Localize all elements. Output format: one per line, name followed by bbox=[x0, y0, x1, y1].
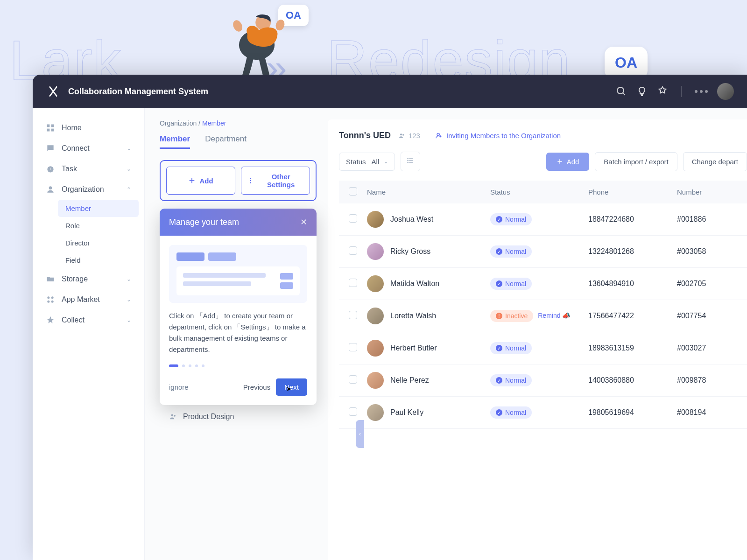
user-icon bbox=[46, 185, 55, 194]
table-row[interactable]: Herbert Butler ✓Normal 18983613159 #0030… bbox=[339, 332, 747, 364]
sidebar-item-appmarket[interactable]: App Market ⌄ bbox=[38, 289, 139, 310]
select-all-checkbox[interactable] bbox=[349, 187, 357, 196]
table-row[interactable]: Joshua West ✓Normal 18847224680 #001886 bbox=[339, 203, 747, 236]
table-row[interactable]: Ricky Gross ✓Normal 13224801268 #003058 bbox=[339, 236, 747, 268]
row-checkbox[interactable] bbox=[349, 375, 357, 384]
status-icon: ✓ bbox=[496, 216, 502, 223]
oa-badge-large: OA bbox=[605, 47, 648, 79]
member-avatar bbox=[367, 275, 384, 292]
bulb-icon[interactable] bbox=[636, 86, 648, 97]
member-number: #009878 bbox=[677, 376, 747, 385]
column-phone[interactable]: Phone bbox=[588, 188, 677, 196]
sidebar-sub-role[interactable]: Role bbox=[58, 217, 139, 234]
sidebar-item-task[interactable]: Task ⌄ bbox=[38, 159, 139, 179]
popover-title: Manage your team bbox=[169, 217, 239, 227]
invite-link[interactable]: Inviting Members to the Organization bbox=[435, 132, 561, 140]
row-checkbox[interactable] bbox=[349, 407, 357, 416]
product-design-item[interactable]: Product Design bbox=[160, 405, 317, 428]
row-checkbox[interactable] bbox=[349, 343, 357, 351]
member-name: Loretta Walsh bbox=[390, 312, 436, 320]
status-icon: ! bbox=[496, 313, 502, 319]
status-icon: ✓ bbox=[496, 248, 502, 255]
ignore-button[interactable]: ignore bbox=[169, 383, 189, 391]
chevron-down-icon: ⌄ bbox=[127, 276, 131, 282]
status-badge: ✓Normal bbox=[490, 342, 532, 354]
user-avatar[interactable] bbox=[717, 83, 734, 100]
star-icon bbox=[46, 315, 55, 325]
table-row[interactable]: Matilda Walton ✓Normal 13604894910 #0027… bbox=[339, 268, 747, 300]
row-checkbox[interactable] bbox=[349, 311, 357, 319]
status-badge: !Inactive bbox=[490, 310, 533, 322]
svg-point-16 bbox=[47, 301, 49, 303]
row-checkbox[interactable] bbox=[349, 246, 357, 255]
sidebar-item-storage[interactable]: Storage ⌄ bbox=[38, 269, 139, 289]
settings-icon[interactable] bbox=[657, 86, 668, 97]
add-button[interactable]: Add bbox=[166, 167, 235, 195]
sidebar-label: Task bbox=[62, 165, 77, 173]
sidebar-item-connect[interactable]: Connect ⌄ bbox=[38, 138, 139, 159]
sidebar-label: Member bbox=[65, 204, 91, 212]
member-name: Herbert Butler bbox=[390, 344, 437, 352]
add-member-button[interactable]: Add bbox=[546, 153, 590, 171]
member-count: 123 bbox=[398, 132, 420, 140]
chevron-down-icon: ⌄ bbox=[127, 166, 131, 172]
svg-line-7 bbox=[623, 93, 625, 95]
close-icon[interactable]: ✕ bbox=[300, 217, 307, 227]
action-highlight-box: Add Other Settings bbox=[160, 160, 317, 201]
member-phone: 18983613159 bbox=[588, 344, 677, 352]
next-button[interactable]: Next ➤ bbox=[276, 378, 307, 396]
member-number: #003058 bbox=[677, 247, 747, 256]
collapse-handle[interactable]: ‹ bbox=[356, 420, 364, 448]
tab-department[interactable]: Department bbox=[205, 134, 247, 149]
member-name: Nelle Perez bbox=[390, 376, 429, 385]
list-view-toggle[interactable] bbox=[401, 152, 420, 171]
member-number: #008194 bbox=[677, 408, 747, 417]
more-icon[interactable] bbox=[695, 90, 708, 93]
table-row[interactable]: Nelle Perez ✓Normal 14003860880 #009878 bbox=[339, 364, 747, 397]
table-row[interactable]: Loretta Walsh !Inactive Remind 📣 1756647… bbox=[339, 300, 747, 332]
sidebar-label: Home bbox=[62, 124, 82, 132]
sidebar-item-home[interactable]: Home bbox=[38, 118, 139, 138]
sidebar-label: Organization bbox=[62, 185, 104, 194]
status-badge: ✓Normal bbox=[490, 406, 532, 419]
status-badge: ✓Normal bbox=[490, 278, 532, 290]
column-status[interactable]: Status bbox=[490, 188, 588, 196]
tab-member[interactable]: Member bbox=[160, 134, 190, 149]
popover-step-indicator bbox=[169, 364, 307, 367]
table-header: Name Status Phone Number bbox=[339, 181, 747, 203]
sidebar-sub-member[interactable]: Member bbox=[58, 200, 139, 217]
svg-point-23 bbox=[171, 414, 174, 417]
previous-button[interactable]: Previous bbox=[243, 383, 270, 391]
remind-link[interactable]: Remind 📣 bbox=[538, 312, 570, 319]
table-row[interactable]: Paul Kelly ✓Normal 19805619694 #008194 bbox=[339, 397, 747, 429]
search-icon[interactable] bbox=[616, 86, 627, 97]
other-settings-button[interactable]: Other Settings bbox=[241, 167, 310, 195]
member-phone: 13224801268 bbox=[588, 247, 677, 256]
sidebar-sub-director[interactable]: Director bbox=[58, 234, 139, 252]
sidebar-item-organization[interactable]: Organization ⌃ bbox=[38, 179, 139, 200]
member-number: #007754 bbox=[677, 312, 747, 320]
row-checkbox[interactable] bbox=[349, 279, 357, 287]
chevron-down-icon: ⌄ bbox=[384, 159, 388, 165]
column-number[interactable]: Number bbox=[677, 188, 747, 196]
svg-point-24 bbox=[174, 415, 176, 417]
column-name[interactable]: Name bbox=[367, 188, 490, 196]
status-filter[interactable]: Status All ⌄ bbox=[339, 153, 395, 171]
svg-rect-8 bbox=[47, 125, 50, 127]
breadcrumb-parent[interactable]: Organization bbox=[160, 119, 197, 127]
svg-rect-9 bbox=[51, 125, 54, 127]
sidebar-sub-field[interactable]: Field bbox=[58, 252, 139, 269]
member-phone: 13604894910 bbox=[588, 280, 677, 288]
change-dept-button[interactable]: Change depart bbox=[683, 152, 747, 171]
panel-title: Tonnn's UED bbox=[339, 131, 391, 140]
status-icon: ✓ bbox=[496, 280, 502, 287]
sidebar-label: Collect bbox=[62, 316, 85, 324]
batch-button[interactable]: Batch import / export bbox=[595, 152, 677, 171]
sidebar-label: Storage bbox=[62, 275, 88, 283]
chevron-down-icon: ⌄ bbox=[127, 317, 131, 323]
status-icon: ✓ bbox=[496, 377, 502, 384]
sidebar-label: Role bbox=[65, 222, 80, 230]
sidebar-item-collect[interactable]: Collect ⌄ bbox=[38, 310, 139, 330]
row-checkbox[interactable] bbox=[349, 214, 357, 223]
svg-point-2 bbox=[231, 19, 244, 33]
